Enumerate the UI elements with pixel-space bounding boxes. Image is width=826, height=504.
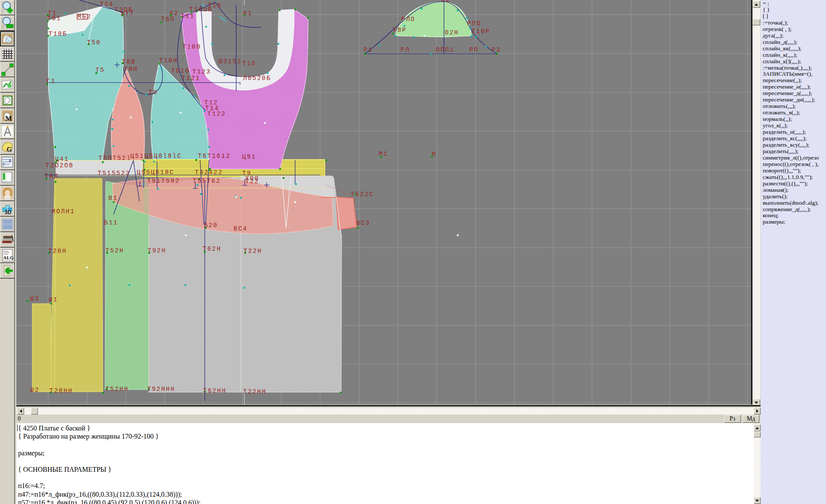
svg-text:Т7: Т7 <box>125 10 135 17</box>
svg-text:Т22Н: Т22Н <box>243 248 262 255</box>
svg-text:Т92Н: Т92Н <box>148 247 166 254</box>
svg-text:Т91Т592: Т91Т592 <box>147 178 180 184</box>
svg-text:Т122: Т122 <box>207 111 226 117</box>
svg-text:Т8Р: Т8Р <box>393 27 407 34</box>
svg-text:В1: В1 <box>108 195 118 202</box>
svg-text:Т5ПТ52l: Т5ПТ52l <box>99 155 131 162</box>
svg-text:Х1: Х1 <box>243 10 253 17</box>
svg-text:Т8Н: Т8Н <box>124 66 138 73</box>
svg-text:Т10В: Т10В <box>182 43 201 50</box>
svg-text:ALG: ALG <box>3 255 13 260</box>
svg-text:Т50: Т50 <box>87 39 101 46</box>
svg-text:Т515522: Т515522 <box>98 170 130 177</box>
svg-text:Т5: Т5 <box>96 67 105 74</box>
svg-text:Т92ННН: Т92ННН <box>147 386 175 393</box>
svg-text:3D: 3D <box>4 209 11 215</box>
svg-text:Т62Н: Т62Н <box>203 246 222 252</box>
svg-text:Ш2: Ш2 <box>30 387 40 393</box>
svg-text:РЛО: РЛО <box>401 16 416 23</box>
svg-text:РПО: РПО <box>467 20 481 27</box>
svg-text:О2: О2 <box>441 0 451 3</box>
svg-text:Т22: Т22 <box>245 178 259 185</box>
svg-text:М: М <box>432 151 437 158</box>
svg-text:Ц55Ц818С: Ц55Ц818С <box>137 169 174 176</box>
svg-text:Т123: Т123 <box>192 68 211 75</box>
svg-text:ВС3: ВС3 <box>356 220 370 227</box>
svg-text:7: 7 <box>2 162 5 167</box>
svg-text:Т10Б: Т10Б <box>49 31 68 37</box>
svg-text:Т24: Т24 <box>100 1 114 8</box>
svg-text:РЛ: РЛ <box>401 46 410 53</box>
svg-text:Т121: Т121 <box>182 75 200 82</box>
svg-text:Л0520Б: Л0520Б <box>243 75 271 82</box>
svg-text:Т62НН: Т62НН <box>203 387 227 394</box>
svg-text:Б11: Б11 <box>104 219 118 226</box>
svg-text:РП: РП <box>469 46 479 53</box>
svg-text:Т10Р: Т10Р <box>472 28 490 35</box>
svg-text:Т6П: Т6П <box>161 16 175 23</box>
svg-text:Ш3: Ш3 <box>30 295 40 302</box>
svg-text:О2Н: О2Н <box>445 29 459 36</box>
svg-text:Т55Т62: Т55Т62 <box>193 178 221 184</box>
svg-text:Т52Н: Т52Н <box>105 247 124 254</box>
svg-text:Т9: Т9 <box>148 89 158 96</box>
svg-text:Т16: Т16 <box>208 2 222 9</box>
svg-text:Т010: Т010 <box>171 68 190 74</box>
svg-text:Т20Н: Т20Н <box>48 248 67 255</box>
svg-text:Р2: Р2 <box>492 46 501 53</box>
svg-text:Т52НН: Т52НН <box>105 386 129 393</box>
svg-text:Т20НН: Т20НН <box>49 387 73 394</box>
svg-text:МБ2: МБ2 <box>77 13 92 20</box>
svg-text:Г1: Г1 <box>46 78 56 85</box>
svg-text:Т6Т1612: Т6Т1612 <box>198 153 231 160</box>
svg-text:ТАЛ: ТАЛ <box>45 173 59 180</box>
svg-text:М1: М1 <box>379 151 388 157</box>
svg-text:Т10Н: Т10Н <box>159 57 178 64</box>
svg-text:Т15: Т15 <box>242 60 256 67</box>
svg-text:Б20: Б20 <box>204 222 218 229</box>
svg-text:Т11: Т11 <box>181 13 195 20</box>
svg-text:Т2О2ОВ: Т2О2ОВ <box>46 162 74 169</box>
svg-text:Ц91: Ц91 <box>242 154 256 160</box>
svg-text:Ц51Ц5Ц8l8lС: Ц51Ц5Ц8l8lС <box>130 153 182 160</box>
svg-text:Т8В: Т8В <box>122 58 136 65</box>
svg-text:Ш3152: Ш3152 <box>219 58 242 65</box>
svg-text:8: 8 <box>9 159 11 163</box>
svg-text:Т522С: Т522С <box>351 191 374 198</box>
svg-text:МОЛН1: МОЛН1 <box>52 208 75 215</box>
svg-text:Т42422: Т42422 <box>195 169 223 176</box>
svg-text:M: M <box>5 114 12 123</box>
svg-text:Т01: Т01 <box>47 15 62 22</box>
svg-text:G: G <box>6 145 12 154</box>
svg-text:ВС4: ВС4 <box>234 225 248 232</box>
svg-text:ОПП1: ОПП1 <box>436 46 455 53</box>
svg-text:Т22НН: Т22НН <box>243 388 267 395</box>
svg-text:Ш1: Ш1 <box>49 296 58 303</box>
svg-text:Р1: Р1 <box>364 46 373 53</box>
svg-text:Ц41: Ц41 <box>55 156 69 163</box>
